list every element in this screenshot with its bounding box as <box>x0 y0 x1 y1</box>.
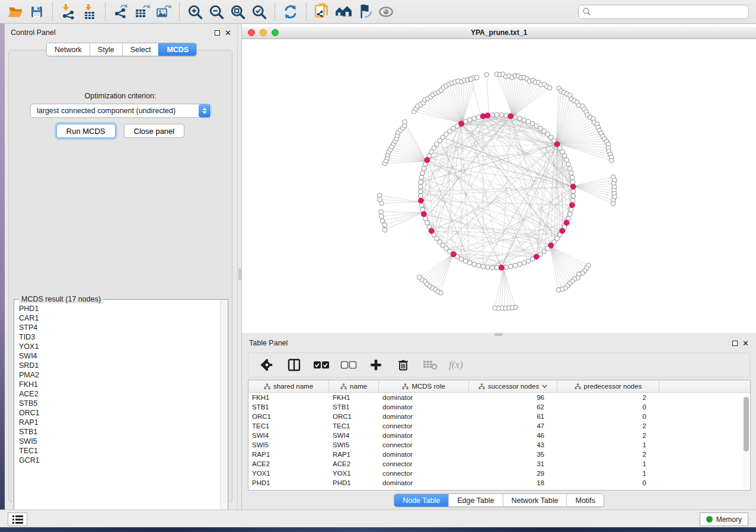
mcds-result-item[interactable]: ACE2 <box>19 389 220 399</box>
vertical-splitter[interactable] <box>237 24 242 509</box>
column-header-MCDS-role[interactable]: MCDS role <box>379 380 469 392</box>
table-row[interactable]: RAP1RAP1dominator352 <box>248 450 750 459</box>
mcds-result-item[interactable]: YOX1 <box>19 342 220 351</box>
float-panel-icon[interactable] <box>215 30 220 36</box>
table-row[interactable]: YOX1YOX1connector291 <box>248 469 750 478</box>
tab-edge-table[interactable]: Edge Table <box>448 494 502 507</box>
mcds-result-item[interactable]: GCR1 <box>19 456 220 465</box>
memory-button[interactable]: Memory <box>700 512 748 526</box>
import-table-button[interactable] <box>79 2 100 22</box>
table-row[interactable]: ACE2ACE2connector311 <box>248 459 750 469</box>
zoom-selected-button[interactable] <box>248 2 270 22</box>
column-header-predecessor-nodes[interactable]: predecessor nodes <box>557 380 659 392</box>
search-input[interactable] <box>591 6 745 18</box>
open-file-button[interactable] <box>5 2 26 22</box>
mcds-hub-node[interactable] <box>554 142 560 147</box>
function-builder-button[interactable]: f(x) <box>449 359 463 371</box>
table-scrollbar[interactable] <box>743 393 749 489</box>
table-cell: SWI5 <box>248 441 329 448</box>
mcds-hub-node[interactable] <box>508 114 513 119</box>
float-table-panel-icon[interactable] <box>732 341 738 346</box>
delete-column-button[interactable] <box>394 356 412 374</box>
refresh-view-button[interactable] <box>280 2 301 22</box>
deselect-all-button[interactable] <box>340 356 358 374</box>
mcds-hub-node[interactable] <box>485 113 490 118</box>
network-from-file-button[interactable] <box>311 2 333 22</box>
tab-style[interactable]: Style <box>90 43 122 56</box>
mcds-hub-node[interactable] <box>560 228 565 233</box>
network-window-titlebar[interactable]: YPA_prune.txt_1 <box>242 27 756 39</box>
mcds-result-scrollbar[interactable] <box>220 300 227 518</box>
mcds-result-item[interactable]: RAP1 <box>19 418 220 427</box>
table-row[interactable]: SWI5SWI5connector431 <box>248 440 750 450</box>
zoom-out-button[interactable] <box>206 2 227 22</box>
mcds-hub-node[interactable] <box>499 265 504 270</box>
mcds-result-item[interactable]: SWI4 <box>19 351 220 361</box>
tab-network[interactable]: Network <box>47 43 90 56</box>
table-options-button[interactable] <box>258 356 276 374</box>
mcds-hub-node[interactable] <box>569 203 575 208</box>
network-canvas[interactable] <box>242 39 756 334</box>
mcds-hub-node[interactable] <box>425 158 430 163</box>
add-column-button[interactable] <box>367 356 385 374</box>
tab-node-table[interactable]: Node Table <box>394 494 448 507</box>
hide-flag-button[interactable] <box>354 2 375 22</box>
mcds-result-item[interactable]: STP4 <box>19 323 220 332</box>
table-row[interactable]: FKH1FKH1dominator962 <box>248 393 750 402</box>
mcds-hub-node[interactable] <box>564 220 569 226</box>
mcds-result-list[interactable]: PHD1CAR1STP4TID3YOX1SWI4SRD1PMA2FKH1ACE2… <box>15 300 220 518</box>
mcds-result-item[interactable]: CAR1 <box>19 313 220 323</box>
mcds-result-item[interactable]: STB1 <box>19 427 220 437</box>
tab-network-table[interactable]: Network Table <box>503 494 567 507</box>
mcds-result-item[interactable]: ORC1 <box>19 408 220 418</box>
table-row[interactable]: TEC1TEC1connector472 <box>248 421 750 431</box>
open-folder-icon <box>8 4 23 20</box>
mcds-result-item[interactable]: TEC1 <box>19 446 220 456</box>
mcds-hub-node[interactable] <box>570 184 576 190</box>
mcds-hub-node[interactable] <box>534 254 539 259</box>
mcds-result-item[interactable]: SWI5 <box>19 437 220 446</box>
export-network-button[interactable] <box>110 2 132 22</box>
tab-motifs[interactable]: Motifs <box>566 494 603 507</box>
mcds-result-item[interactable]: PMA2 <box>19 370 220 380</box>
criterion-dropdown[interactable]: largest connected component (undirected) <box>30 104 212 118</box>
show-eye-button[interactable] <box>375 2 397 22</box>
mcds-hub-node[interactable] <box>459 121 464 126</box>
task-history-button[interactable] <box>8 512 27 526</box>
show-columns-button[interactable] <box>285 356 303 374</box>
export-image-button[interactable] <box>153 2 174 22</box>
export-table-button[interactable] <box>132 2 153 22</box>
close-table-panel-icon[interactable]: ✕ <box>742 341 749 346</box>
column-header-name[interactable]: name <box>329 380 379 392</box>
zoom-in-button[interactable] <box>184 2 206 22</box>
mcds-hub-node[interactable] <box>429 228 434 233</box>
mcds-hub-node[interactable] <box>548 243 554 248</box>
tab-select[interactable]: Select <box>122 43 159 56</box>
table-row[interactable]: STB1STB1dominator620 <box>248 402 750 412</box>
mcds-result-item[interactable]: STB5 <box>19 399 220 408</box>
mcds-result-item[interactable]: PHD1 <box>19 304 220 313</box>
table-row[interactable]: ORC1ORC1dominator610 <box>248 412 750 421</box>
save-session-button[interactable] <box>26 2 47 22</box>
close-panel-button[interactable]: Close panel <box>124 124 185 138</box>
table-row[interactable]: SWI4SWI4dominator462 <box>248 431 750 440</box>
close-panel-icon[interactable]: ✕ <box>225 30 231 36</box>
mcds-result-item[interactable]: TID3 <box>19 332 220 342</box>
mcds-result-item[interactable]: SRD1 <box>19 361 220 370</box>
mcds-hub-node[interactable] <box>419 198 424 203</box>
zoom-fit-button[interactable] <box>227 2 248 22</box>
tab-mcds[interactable]: MCDS <box>158 43 196 56</box>
table-row[interactable]: PHD1PHD1dominator180 <box>248 478 750 488</box>
delete-table-button[interactable] <box>422 356 439 374</box>
mcds-hub-node[interactable] <box>421 211 426 217</box>
network-graph[interactable] <box>242 39 756 334</box>
column-header-shared-name[interactable]: shared name <box>248 380 329 392</box>
column-header-successor-nodes[interactable]: successor nodes <box>469 380 557 392</box>
mcds-hub-node[interactable] <box>451 252 456 257</box>
import-network-button[interactable] <box>58 2 79 22</box>
select-all-button[interactable] <box>312 356 330 374</box>
run-mcds-button[interactable]: Run MCDS <box>56 124 116 138</box>
mcds-result-item[interactable]: FKH1 <box>19 380 220 389</box>
home-layout-button[interactable] <box>333 2 354 22</box>
search-box[interactable] <box>578 5 749 19</box>
